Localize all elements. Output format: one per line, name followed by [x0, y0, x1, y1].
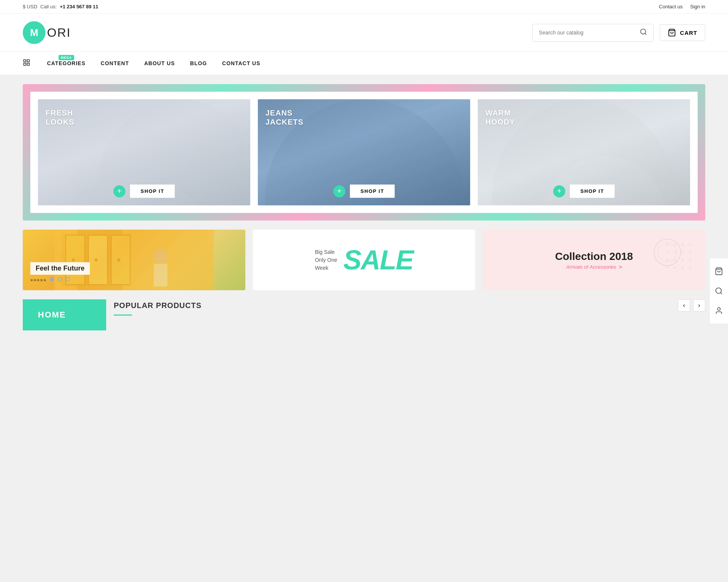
nav-label-about: ABOUT US [144, 60, 175, 66]
nav-item-blog[interactable]: BLOG [182, 52, 214, 75]
hero-card-fresh-actions: + SHOP IT [113, 185, 175, 198]
mega-badge: Mega [58, 55, 74, 60]
hero-card-hoody-label: WARM HOODY [485, 108, 515, 127]
cart-button[interactable]: CART [660, 24, 705, 41]
collection-link[interactable]: > [619, 264, 622, 270]
svg-rect-6 [27, 63, 30, 65]
contact-us-topbar-link[interactable]: Contact us [659, 4, 682, 9]
popular-prev-button[interactable]: ‹ [678, 299, 690, 311]
cart-icon [668, 28, 676, 37]
float-cart-icon [715, 267, 723, 275]
sale-left: Big Sale Only One Week [315, 248, 337, 272]
logo-circle: M [23, 21, 46, 44]
hero-card-jeans-label: JEANS JACKETS [265, 108, 303, 127]
feel-dot-1[interactable] [50, 277, 54, 282]
svg-rect-4 [27, 59, 30, 62]
jeans-shop-button[interactable]: SHOP IT [350, 185, 395, 198]
svg-line-44 [720, 293, 722, 294]
svg-point-27 [689, 243, 692, 246]
popular-next-button[interactable]: › [693, 299, 705, 311]
svg-point-20 [94, 258, 97, 261]
collection-subtitle: Arrivals of Accessories > [555, 264, 633, 270]
topbar: $ USD Call us: +1 234 567 89 11 Contact … [0, 0, 728, 14]
sale-word: SALE [344, 246, 413, 274]
hero-banner: FRESH LOOKS + SHOP IT JEANS JACKETS [23, 84, 705, 221]
hero-card-hoody-actions: + SHOP IT [553, 185, 615, 198]
logo-text: ORI [47, 26, 71, 40]
svg-point-35 [689, 258, 692, 261]
nav-item-categories[interactable]: Mega CATEGORIES [39, 52, 93, 75]
hero-card-fresh-looks: FRESH LOOKS + SHOP IT [38, 99, 250, 205]
float-cart-button[interactable] [710, 262, 728, 280]
nav-label-blog: BLOG [190, 60, 207, 66]
hero-card-fresh-label: FRESH LOOKS [46, 108, 74, 127]
fresh-plus-button[interactable]: + [113, 185, 126, 197]
popular-header: POPULAR PRODUCTS ‹ › [114, 299, 705, 311]
feel-dot-3[interactable] [66, 277, 70, 282]
collection-title: Collection 2018 [555, 250, 633, 263]
phone-number: +1 234 567 89 11 [60, 4, 99, 9]
promo-feel[interactable]: Feel the Future »»»»» [23, 230, 245, 290]
home-tab[interactable]: HOME [23, 299, 106, 330]
call-label: Call us: [40, 4, 56, 9]
float-toolbar [709, 258, 728, 324]
search-box [532, 24, 654, 42]
float-user-icon [715, 307, 723, 315]
feel-dot-2[interactable] [58, 277, 62, 282]
header-right: CART [532, 24, 705, 42]
svg-point-21 [117, 258, 120, 261]
collection-circle-decoration [652, 237, 682, 268]
search-input[interactable] [539, 30, 640, 36]
promo-collection[interactable]: Collection 2018 Arrivals of Accessories … [483, 230, 705, 290]
nav-item-content[interactable]: CONTENT [93, 52, 137, 75]
topbar-left: $ USD Call us: +1 234 567 89 11 [23, 4, 98, 9]
svg-point-39 [689, 266, 692, 269]
svg-point-22 [154, 249, 167, 264]
fresh-shop-button[interactable]: SHOP IT [130, 185, 175, 198]
svg-rect-17 [88, 235, 107, 285]
bottom-section: HOME POPULAR PRODUCTS ‹ › [23, 299, 705, 330]
hero-card-warm-hoody: WARM HOODY + SHOP IT [478, 99, 690, 205]
popular-nav: ‹ › [678, 299, 705, 311]
svg-point-45 [717, 308, 720, 310]
navbar: Mega CATEGORIES CONTENT ABOUT US BLOG CO… [0, 52, 728, 75]
svg-rect-3 [24, 59, 26, 62]
jeans-plus-button[interactable]: + [333, 185, 345, 197]
popular-products-title: POPULAR PRODUCTS [114, 301, 202, 310]
hero-card-jeans-actions: + SHOP IT [333, 185, 395, 198]
grid-icon[interactable] [23, 59, 30, 68]
hero-card-jeans-jackets: JEANS JACKETS + SHOP IT [258, 99, 470, 205]
sale-text-line2: Only One [315, 256, 337, 264]
nav-label-content: CONTENT [101, 60, 129, 66]
search-button[interactable] [640, 28, 647, 38]
float-search-icon [715, 287, 723, 295]
sale-text-line3: Week [315, 264, 337, 272]
topbar-right: Contact us Sign in [659, 4, 705, 9]
nav-item-about[interactable]: ABOUT US [136, 52, 182, 75]
svg-point-41 [658, 243, 677, 262]
popular-products-section: POPULAR PRODUCTS ‹ › [114, 299, 705, 330]
currency-label: $ USD [23, 4, 37, 9]
feel-title: Feel the Future [30, 262, 90, 275]
nav-label-categories: CATEGORIES [47, 60, 86, 66]
hero-inner: FRESH LOOKS + SHOP IT JEANS JACKETS [30, 92, 698, 213]
float-user-button[interactable] [710, 302, 728, 320]
logo-letter: M [30, 27, 38, 39]
signin-link[interactable]: Sign in [690, 4, 705, 9]
logo[interactable]: M ORI [23, 21, 71, 44]
svg-point-0 [641, 29, 646, 34]
svg-point-31 [689, 251, 692, 254]
hoody-plus-button[interactable]: + [553, 185, 565, 197]
sale-text-line1: Big Sale [315, 248, 337, 256]
header: M ORI CART [0, 14, 728, 52]
svg-point-19 [72, 258, 75, 261]
promo-sale[interactable]: Big Sale Only One Week SALE [253, 230, 475, 290]
svg-rect-5 [24, 63, 26, 65]
main-content: FRESH LOOKS + SHOP IT JEANS JACKETS [0, 75, 728, 340]
svg-rect-23 [154, 264, 167, 286]
hoody-shop-button[interactable]: SHOP IT [570, 185, 615, 198]
nav-item-contact[interactable]: CONTACT US [215, 52, 268, 75]
float-search-button[interactable] [710, 282, 728, 300]
sale-inner: Big Sale Only One Week SALE [303, 246, 424, 274]
feel-arrows: »»»»» [30, 277, 90, 283]
